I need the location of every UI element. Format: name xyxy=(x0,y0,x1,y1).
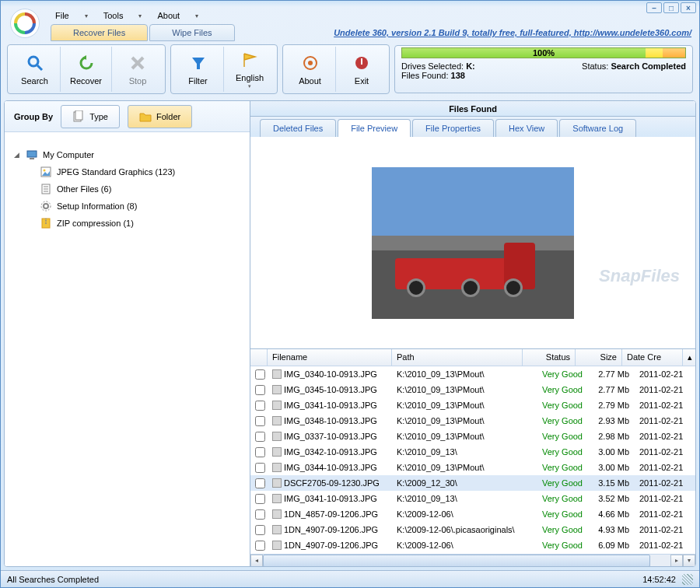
horizontal-scrollbar[interactable]: ◂ ▸ ▾ xyxy=(250,554,695,566)
search-button[interactable]: Search xyxy=(9,47,61,92)
tab-software-log[interactable]: Software Log xyxy=(559,119,636,137)
menu-tools[interactable]: Tools▾ xyxy=(96,9,150,23)
file-type-icon xyxy=(40,200,52,212)
row-checkbox[interactable] xyxy=(255,541,265,551)
cell-date: 2011-02-21 xyxy=(635,430,695,443)
menu-about[interactable]: About▾ xyxy=(149,9,206,23)
menu-file[interactable]: File▾ xyxy=(47,9,96,23)
tree-item-label: ZIP compression (1) xyxy=(57,219,134,228)
tree-root-label: My Computer xyxy=(43,150,94,159)
table-header: Filename Path Status Size Date Cre ▴ xyxy=(250,349,695,366)
table-row[interactable]: DSCF2705-09-1230.JPGK:\2009_12_30\Very G… xyxy=(250,475,695,491)
cell-status: Very Good xyxy=(535,446,588,458)
row-checkbox[interactable] xyxy=(255,447,265,457)
cell-path: K:\2010_09_13\PMout\ xyxy=(392,430,535,443)
about-label: About xyxy=(299,76,321,86)
filter-icon xyxy=(188,53,208,73)
tab-wipe-files[interactable]: Wipe Files xyxy=(149,24,234,41)
th-date[interactable]: Date Cre xyxy=(622,349,683,366)
scroll-right-button[interactable]: ▸ xyxy=(670,555,683,567)
row-checkbox[interactable] xyxy=(255,416,265,426)
tree-root[interactable]: ◢ My Computer xyxy=(12,146,242,163)
about-button[interactable]: About xyxy=(285,47,336,92)
search-icon xyxy=(25,53,45,73)
row-checkbox[interactable] xyxy=(255,401,265,411)
files-found-header: Files Found xyxy=(250,101,695,117)
table-row[interactable]: IMG_0337-10-0913.JPGK:\2010_09_13\PMout\… xyxy=(250,429,695,444)
row-checkbox[interactable] xyxy=(255,478,265,488)
cell-date: 2011-02-21 xyxy=(635,508,695,520)
cell-path: K:\2010_09_13\ xyxy=(392,492,535,505)
cell-path: K:\2010_09_13\PMout\ xyxy=(392,461,535,474)
cell-filename: IMG_0342-10-0913.JPG xyxy=(268,446,392,458)
collapse-icon[interactable]: ◢ xyxy=(12,151,21,159)
tree-item[interactable]: Setup Information (8) xyxy=(12,198,242,215)
tab-recover-files[interactable]: Recover Files xyxy=(51,24,148,41)
tree-item[interactable]: ZIP compression (1) xyxy=(12,215,242,232)
table-body[interactable]: IMG_0340-10-0913.JPGK:\2010_09_13\PMout\… xyxy=(250,366,695,554)
row-checkbox[interactable] xyxy=(255,509,265,520)
folder-icon xyxy=(139,110,152,123)
tree-item[interactable]: JPEG Standard Graphics (123) xyxy=(12,163,242,180)
th-size[interactable]: Size xyxy=(576,349,622,366)
tab-deleted-files[interactable]: Deleted Files xyxy=(260,119,336,137)
th-path[interactable]: Path xyxy=(392,349,523,366)
row-checkbox[interactable] xyxy=(255,494,265,504)
table-row[interactable]: IMG_0341-10-0913.JPGK:\2010_09_13\PMout\… xyxy=(250,397,695,413)
tree-item-label: JPEG Standard Graphics (123) xyxy=(57,167,175,177)
table-row[interactable]: 1DN_4857-09-1206.JPGK:\2009-12-06\Very G… xyxy=(250,506,695,522)
cell-size: 6.09 Mb xyxy=(588,539,635,551)
row-checkbox[interactable] xyxy=(255,463,265,473)
group-by-type-button[interactable]: Type xyxy=(61,105,120,128)
th-filename[interactable]: Filename xyxy=(268,349,392,366)
resize-grip[interactable] xyxy=(682,574,693,585)
row-checkbox[interactable] xyxy=(255,525,265,535)
scroll-thumb[interactable] xyxy=(263,555,650,567)
filter-button[interactable]: Filter xyxy=(173,47,224,92)
files-found-count: Files Found: 138 xyxy=(401,71,475,80)
search-label: Search xyxy=(21,76,48,86)
tree-item[interactable]: Other Files (6) xyxy=(12,180,242,198)
row-checkbox[interactable] xyxy=(255,385,265,395)
tab-hex-view[interactable]: Hex View xyxy=(495,119,558,137)
cell-filename: IMG_0345-10-0913.JPG xyxy=(268,383,392,396)
cell-filename: IMG_0344-10-0913.JPG xyxy=(268,461,392,474)
table-row[interactable]: IMG_0340-10-0913.JPGK:\2010_09_13\PMout\… xyxy=(250,366,695,382)
chevron-down-icon: ▾ xyxy=(195,12,198,19)
table-row[interactable]: IMG_0345-10-0913.JPGK:\2010_09_13\PMout\… xyxy=(250,382,695,397)
cell-path: K:\2010_09_13\PMout\ xyxy=(392,415,535,427)
cell-filename: 1DN_4907-09-1206.JPG xyxy=(268,539,392,551)
cell-status: Very Good xyxy=(535,399,588,411)
th-checkbox[interactable] xyxy=(250,349,268,366)
cell-filename: IMG_0337-10-0913.JPG xyxy=(268,430,392,443)
progress-bar: 100% xyxy=(401,47,686,58)
group-by-folder-button[interactable]: Folder xyxy=(128,105,192,128)
table-row[interactable]: IMG_0348-10-0913.JPGK:\2010_09_13\PMout\… xyxy=(250,413,695,429)
scroll-left-button[interactable]: ◂ xyxy=(250,555,263,567)
cell-date: 2011-02-21 xyxy=(635,446,695,458)
type-label: Type xyxy=(89,112,108,121)
tab-file-preview[interactable]: File Preview xyxy=(338,119,411,137)
about-link[interactable]: Undelete 360, version 2.1 Build 9, total… xyxy=(334,28,691,37)
cell-date: 2011-02-21 xyxy=(635,477,695,489)
table-row[interactable]: 1DN_4907-09-1206.JPGK:\2009-12-06\Very G… xyxy=(250,537,695,553)
file-icon xyxy=(272,541,282,550)
table-row[interactable]: IMG_0341-10-0913.JPGK:\2010_09_13\Very G… xyxy=(250,491,695,506)
exit-button[interactable]: Exit xyxy=(336,47,387,92)
cell-size: 4.66 Mb xyxy=(588,508,635,520)
table-row[interactable]: IMG_0344-10-0913.JPGK:\2010_09_13\PMout\… xyxy=(250,460,695,475)
scroll-down-button[interactable]: ▾ xyxy=(683,555,695,567)
th-scroll-up[interactable]: ▴ xyxy=(683,349,695,366)
row-checkbox[interactable] xyxy=(255,432,265,442)
cell-date: 2011-02-21 xyxy=(635,368,695,380)
table-row[interactable]: IMG_0342-10-0913.JPGK:\2010_09_13\Very G… xyxy=(250,444,695,460)
th-status[interactable]: Status xyxy=(523,349,576,366)
tab-file-properties[interactable]: File Properties xyxy=(412,119,494,137)
cell-path: K:\2009-12-06\.picasaoriginals\ xyxy=(392,523,535,536)
table-row[interactable]: 1DN_4907-09-1206.JPGK:\2009-12-06\.picas… xyxy=(250,522,695,537)
cell-status: Very Good xyxy=(535,508,588,520)
menu-file-label: File xyxy=(55,11,69,20)
recover-button[interactable]: Recover xyxy=(61,47,112,92)
language-button[interactable]: English xyxy=(224,47,275,92)
row-checkbox[interactable] xyxy=(255,369,265,380)
